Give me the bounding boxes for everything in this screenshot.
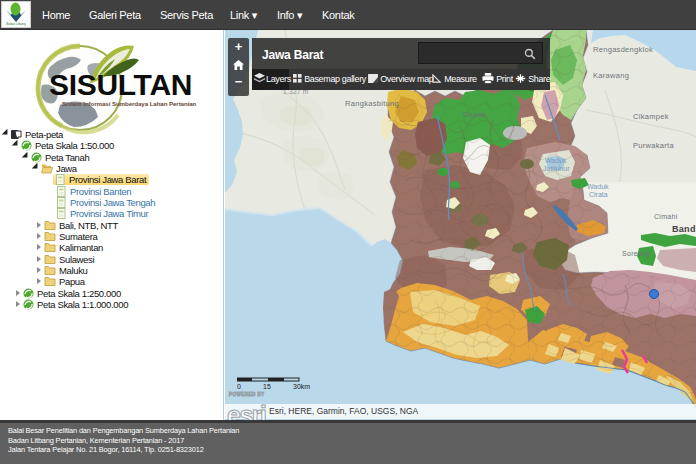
svg-text:Rengasdengklok: Rengasdengklok — [593, 45, 653, 54]
svg-text:Cirata: Cirata — [589, 191, 608, 198]
svg-text:Waduk: Waduk — [545, 157, 567, 164]
svg-text:Depok: Depok — [463, 110, 486, 119]
svg-text:Soreang: Soreang — [622, 250, 651, 258]
svg-text:Jatiluhur: Jatiluhur — [543, 165, 570, 172]
svg-text:Rangkasbitung: Rangkasbitung — [345, 99, 399, 108]
svg-text:Badan Litbang: Badan Litbang — [6, 22, 26, 26]
svg-text:Karawang: Karawang — [593, 71, 629, 80]
svg-text:30km: 30km — [293, 383, 310, 390]
svg-text:Purwakarta: Purwakarta — [633, 141, 674, 150]
svg-text:Cimahi: Cimahi — [654, 213, 678, 220]
svg-text:Bandung: Bandung — [672, 224, 696, 234]
svg-text:Waduk: Waduk — [587, 183, 609, 190]
svg-text:Cikampek: Cikampek — [633, 112, 669, 121]
